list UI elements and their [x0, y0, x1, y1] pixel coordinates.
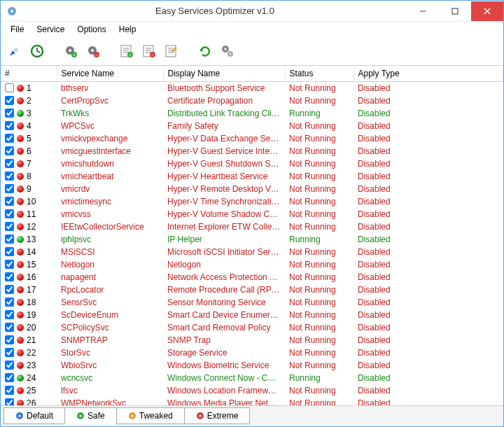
menu-service[interactable]: Service: [31, 23, 70, 36]
table-row[interactable]: 16napagentNetwork Access Protection Agen…: [1, 271, 503, 284]
table-row[interactable]: 18SensrSvcSensor Monitoring ServiceNot R…: [1, 296, 503, 309]
menubar: File Service Options Help: [1, 22, 503, 37]
row-checkbox[interactable]: [5, 197, 14, 206]
col-header-display-name[interactable]: Display Name: [163, 66, 285, 82]
tool-rocket-icon[interactable]: [5, 41, 24, 61]
col-header-num[interactable]: #: [1, 66, 57, 82]
table-row[interactable]: 23WbioSrvcWindows Biometric ServiceNot R…: [1, 359, 503, 372]
col-header-apply-type[interactable]: Apply Type: [354, 66, 503, 82]
table-row[interactable]: 12IEEtwCollectorServiceInternet Explorer…: [1, 220, 503, 233]
col-header-status[interactable]: Status: [285, 66, 354, 82]
table-row[interactable]: 11vmicvssHyper-V Volume Shadow Copy ...N…: [1, 208, 503, 220]
row-index: 16: [27, 272, 38, 282]
table-row[interactable]: 9vmicrdvHyper-V Remote Desktop Virtu...N…: [1, 183, 503, 195]
row-checkbox[interactable]: [5, 146, 14, 155]
menu-help[interactable]: Help: [113, 23, 142, 36]
row-checkbox[interactable]: [5, 134, 14, 143]
row-checkbox[interactable]: [5, 121, 14, 130]
cell-service-name: StorSvc: [57, 346, 163, 359]
tool-list-edit-icon[interactable]: [162, 41, 181, 61]
svg-point-43: [199, 415, 201, 417]
table-row[interactable]: 14MSiSCSIMicrosoft iSCSI Initiator Servi…: [1, 246, 503, 258]
svg-rect-3: [452, 8, 458, 14]
table-row[interactable]: 2CertPropSvcCertificate PropagationNot R…: [1, 94, 503, 107]
close-button[interactable]: [471, 1, 503, 21]
row-checkbox[interactable]: [5, 360, 14, 370]
tab-tweaked[interactable]: Tweaked: [116, 407, 185, 424]
table-row[interactable]: 4WPCSvcFamily SafetyNot RunningDisabled: [1, 120, 503, 132]
row-checkbox[interactable]: [5, 209, 14, 218]
tool-refresh-icon[interactable]: [195, 41, 215, 61]
cell-display-name: Bluetooth Support Service: [163, 82, 285, 94]
row-checkbox[interactable]: [5, 108, 14, 118]
table-row[interactable]: 3TrkWksDistributed Link Tracking ClientR…: [1, 107, 503, 120]
tool-gear-remove-icon[interactable]: −: [83, 41, 103, 61]
table-row[interactable]: 5vmickvpexchangeHyper-V Data Exchange Se…: [1, 132, 503, 145]
status-dot-icon: [17, 261, 24, 268]
row-checkbox[interactable]: [5, 260, 14, 269]
table-row[interactable]: 22StorSvcStorage ServiceNot RunningDisab…: [1, 346, 503, 359]
row-checkbox[interactable]: [5, 373, 14, 382]
tool-settings-icon[interactable]: [218, 41, 237, 61]
status-dot-icon: [17, 324, 24, 331]
row-checkbox[interactable]: [5, 272, 14, 281]
tab-default[interactable]: Default: [4, 407, 65, 424]
table-row[interactable]: 1bthservBluetooth Support ServiceNot Run…: [1, 82, 503, 94]
status-dot-icon: [17, 286, 24, 293]
menu-file[interactable]: File: [5, 23, 29, 36]
row-checkbox[interactable]: [5, 247, 14, 256]
cell-apply-type: Disabled: [354, 271, 503, 284]
table-row[interactable]: 24wcncsvcWindows Connect Now - Config...…: [1, 372, 503, 384]
row-checkbox[interactable]: [5, 184, 14, 193]
col-header-service-name[interactable]: Service Name: [57, 66, 163, 82]
maximize-button[interactable]: [439, 1, 471, 21]
tool-gear-add-icon[interactable]: +: [61, 41, 80, 61]
row-checkbox[interactable]: [5, 298, 14, 307]
row-checkbox[interactable]: [5, 172, 14, 181]
table-row[interactable]: 20SCPolicySvcSmart Card Removal PolicyNo…: [1, 321, 503, 334]
row-checkbox[interactable]: [5, 83, 14, 92]
table-row[interactable]: 6vmicguestinterfaceHyper-V Guest Service…: [1, 145, 503, 158]
cell-service-name: WMPNetworkSvc: [57, 397, 163, 406]
tool-list-remove-icon[interactable]: −: [139, 41, 159, 61]
cell-display-name: Certificate Propagation: [163, 94, 285, 107]
tool-list-add-icon[interactable]: +: [117, 41, 136, 61]
row-checkbox[interactable]: [5, 285, 14, 294]
menu-options[interactable]: Options: [71, 23, 111, 36]
row-checkbox[interactable]: [5, 348, 14, 357]
row-checkbox[interactable]: [5, 222, 14, 231]
row-checkbox[interactable]: [5, 335, 14, 344]
cell-status: Running: [285, 107, 354, 120]
table-row[interactable]: 25lfsvcWindows Location Framework S...No…: [1, 384, 503, 397]
row-checkbox[interactable]: [5, 234, 14, 244]
table-row[interactable]: 15NetlogonNetlogonNot RunningDisabled: [1, 258, 503, 271]
tab-safe[interactable]: Safe: [64, 407, 117, 424]
cell-apply-type: Disabled: [354, 120, 503, 132]
row-index: 9: [27, 184, 38, 194]
cell-status: Not Running: [285, 384, 354, 397]
table-row[interactable]: 21SNMPTRAPSNMP TrapNot RunningDisabled: [1, 334, 503, 346]
tab-extreme-label: Extreme: [207, 411, 239, 421]
tool-restore-icon[interactable]: [27, 41, 47, 61]
table-row[interactable]: 17RpcLocatorRemote Procedure Call (RPC) …: [1, 284, 503, 296]
table-row[interactable]: 26WMPNetworkSvcWindows Media Player Netw…: [1, 397, 503, 406]
cell-display-name: Smart Card Removal Policy: [163, 321, 285, 334]
cell-apply-type: Disabled: [354, 246, 503, 258]
table-row[interactable]: 10vmictimesyncHyper-V Time Synchronizati…: [1, 195, 503, 208]
row-checkbox[interactable]: [5, 310, 14, 319]
row-checkbox[interactable]: [5, 159, 14, 168]
table-row[interactable]: 13iphlpsvcIP HelperRunningDisabled: [1, 233, 503, 246]
minimize-button[interactable]: [407, 1, 439, 21]
row-checkbox[interactable]: [5, 96, 14, 105]
table-row[interactable]: 19ScDeviceEnumSmart Card Device Enumerat…: [1, 309, 503, 321]
cell-display-name: Microsoft iSCSI Initiator Service: [163, 246, 285, 258]
row-checkbox[interactable]: [5, 386, 14, 395]
row-checkbox[interactable]: [5, 323, 14, 332]
table-row[interactable]: 8vmicheartbeatHyper-V Heartbeat ServiceN…: [1, 170, 503, 183]
tab-extreme[interactable]: Extreme: [184, 407, 251, 424]
table-row[interactable]: 7vmicshutdownHyper-V Guest Shutdown Serv…: [1, 158, 503, 170]
svg-point-13: [91, 49, 94, 52]
row-checkbox[interactable]: [5, 398, 14, 405]
services-table-wrap[interactable]: # Service Name Display Name Status Apply…: [1, 65, 503, 405]
cell-service-name: SensrSvc: [57, 296, 163, 309]
